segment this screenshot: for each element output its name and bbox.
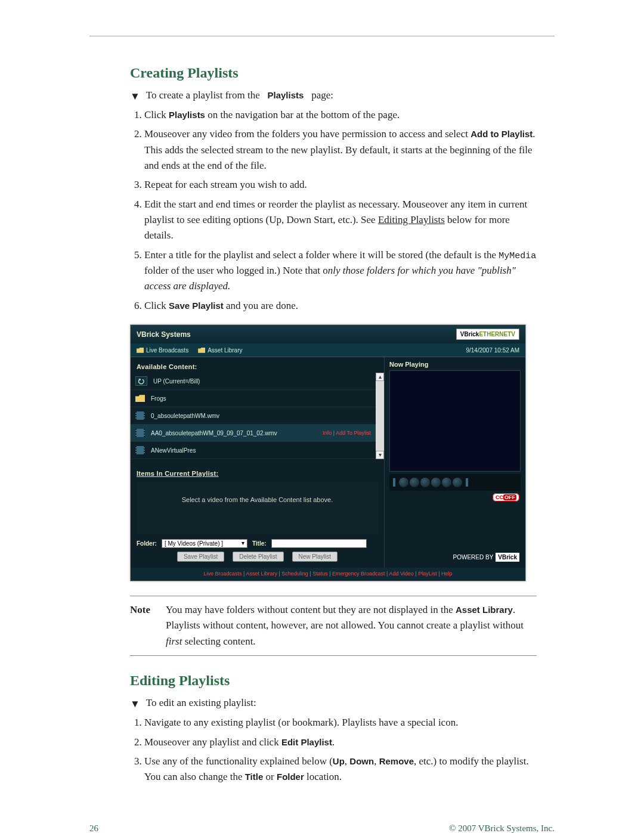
intro-editing-text: To edit an existing playlist: [146, 697, 256, 709]
edit-step-2-bold: Edit Playlist [281, 737, 332, 747]
footer-link[interactable]: Add Video [389, 571, 413, 577]
heading-creating-playlists: Creating Playlists [130, 65, 537, 81]
player-button[interactable] [442, 478, 451, 487]
step-1-post: on the navigation bar at the bottom of t… [205, 109, 400, 120]
player-button[interactable] [410, 478, 419, 487]
folder-icon [135, 395, 145, 402]
player-button[interactable] [453, 478, 462, 487]
step-4-link[interactable]: Editing Playlists [378, 214, 445, 225]
content-row-video[interactable]: 0_absouletepathWM.wmv [131, 407, 376, 425]
e3-b4: Title [245, 772, 264, 782]
edit-step-2-pre: Mouseover any playlist and click [144, 736, 281, 748]
save-playlist-button[interactable]: Save Playlist [177, 552, 224, 562]
step-2-bold: Add to Playlist [470, 129, 532, 139]
footer-link[interactable]: Live Broadcasts [204, 571, 242, 577]
scroll-up-icon[interactable]: ▴ [376, 373, 384, 381]
intro-editing: ▼ To edit an existing playlist: [130, 697, 537, 709]
note-post: selecting content. [182, 636, 255, 647]
note-ital: first [166, 636, 182, 647]
player-button[interactable] [399, 478, 408, 487]
player-button[interactable] [431, 478, 441, 487]
film-icon [135, 429, 145, 437]
step-3: Repeat for each stream you wish to add. [144, 179, 307, 190]
e3-b3: Remove [379, 756, 414, 766]
step-2-pre: Mouseover any video from the folders you… [144, 128, 470, 140]
page-top-rule [89, 36, 555, 36]
content-scrollbar[interactable]: ▴ ▾ [376, 373, 384, 459]
footer-link[interactable]: Status [312, 571, 328, 577]
heading-editing-playlists: Editing Playlists [130, 673, 537, 689]
intro-creating: ▼ To create a playlist from the Playlist… [130, 89, 537, 101]
e3-s3: or [263, 771, 277, 782]
folder-icon [198, 348, 205, 353]
edit-step-2-post: . [332, 736, 335, 748]
scroll-down-icon[interactable]: ▾ [376, 451, 384, 459]
row-info-link[interactable]: Info [323, 430, 332, 436]
new-playlist-button[interactable]: New Playlist [292, 552, 338, 562]
cc-toggle[interactable]: CCOFF [493, 493, 519, 501]
step-5-pre: Enter a title for the playlist and selec… [144, 249, 499, 261]
playlist-empty-message: Select a video from the Available Conten… [137, 482, 378, 534]
footer-link[interactable]: PlayList [418, 571, 437, 577]
tab-live-broadcasts[interactable]: Live Broadcasts [137, 347, 188, 354]
intro-text-2: page: [311, 89, 333, 101]
step-1-pre: Click [144, 109, 169, 120]
film-icon [135, 411, 145, 420]
row-label: AA0_absouletepathWM_09_09_07_01_02.wmv [151, 430, 277, 436]
intro-bold: Playlists [268, 90, 304, 100]
content-row-folder[interactable]: Frogs [131, 390, 376, 407]
note-pre: You may have folders without content but… [166, 604, 456, 615]
tab-live-label: Live Broadcasts [146, 347, 188, 354]
note-label: Note [130, 602, 166, 649]
folder-label: Folder: [137, 540, 157, 547]
up-arrow-icon: ⭮ [135, 376, 147, 386]
step-6-post: and you are done. [224, 300, 298, 311]
content-row-video-hover[interactable]: AA0_absouletepathWM_09_09_07_01_02.wmv I… [131, 425, 376, 442]
footer-link[interactable]: Emergency Broadcast [332, 571, 385, 577]
available-content-label: Available Content: [137, 363, 384, 370]
e3-post: location. [304, 771, 342, 782]
intro-text-1: To create a playlist from the [146, 89, 260, 101]
e3-b5: Folder [277, 772, 304, 782]
step-5-mono: MyMedia [499, 251, 536, 261]
app-titlebar: VBrick Systems VBrickETHERNETV [131, 325, 525, 343]
page-copyright: © 2007 VBrick Systems, Inc. [449, 823, 555, 833]
app-tabbar: Live Broadcasts Asset Library 9/14/2007 … [131, 343, 525, 357]
eq-icon [466, 478, 468, 487]
page-number: 26 [89, 823, 98, 833]
delete-playlist-button[interactable]: Delete Playlist [233, 552, 283, 562]
player-button[interactable] [420, 478, 430, 487]
title-input[interactable] [271, 539, 367, 548]
e3-pre: Use any of the functionality explained b… [144, 755, 333, 767]
e3-s2: , [374, 755, 379, 767]
row-label: 0_absouletepathWM.wmv [151, 413, 219, 419]
row-add-link[interactable]: Add To Playlist [336, 430, 371, 436]
powered-by: POWERED BY VBrick [389, 549, 521, 564]
video-player[interactable] [389, 370, 521, 472]
footer-link[interactable]: Help [441, 571, 453, 577]
row-label: Frogs [151, 395, 166, 402]
content-row-up[interactable]: ⭮ UP (Current=/Bill) [131, 373, 376, 390]
tab-asset-label: Asset Library [208, 347, 242, 354]
step-6-pre: Click [144, 300, 169, 311]
content-row-video[interactable]: ANewVirtualPres [131, 442, 376, 459]
steps-creating: Click Playlists on the navigation bar at… [130, 107, 537, 314]
footer-link[interactable]: Asset Library [246, 571, 277, 577]
edit-step-1: Navigate to any existing playlist (or bo… [144, 717, 458, 728]
title-label: Title: [252, 540, 267, 547]
step-6-bold: Save Playlist [169, 301, 224, 311]
row-label: UP (Current=/Bill) [153, 378, 200, 385]
step-5-mid: folder of the user who logged in.) Note … [144, 265, 328, 276]
eq-icon [393, 478, 395, 487]
folder-select[interactable]: [ My Videos (Private) ] [162, 539, 247, 548]
film-icon [135, 446, 145, 454]
app-logo: VBrickETHERNETV [456, 329, 519, 340]
app-footer-links: Live Broadcasts | Asset Library | Schedu… [131, 568, 525, 581]
note-bold: Asset Library [456, 605, 513, 615]
footer-link[interactable]: Scheduling [281, 571, 308, 577]
note-block: Note You may have folders without conten… [130, 596, 537, 656]
cc-off-label: OFF [503, 494, 516, 500]
cc-label: CC [496, 494, 503, 500]
triangle-icon: ▼ [130, 91, 140, 103]
tab-asset-library[interactable]: Asset Library [198, 347, 242, 354]
